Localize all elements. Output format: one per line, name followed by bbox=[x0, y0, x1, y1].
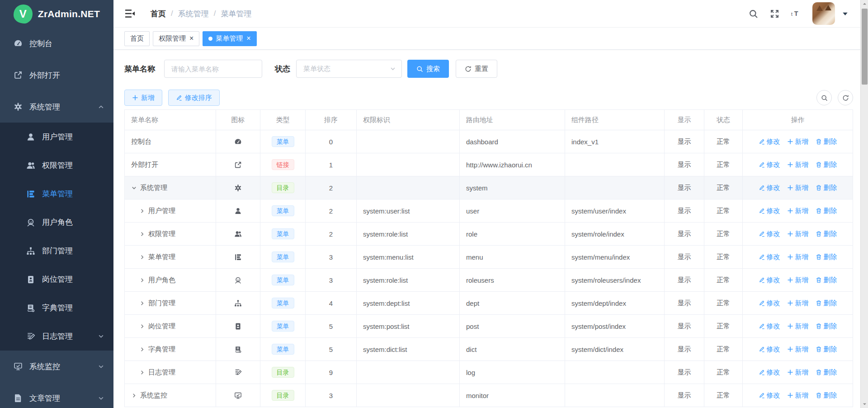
edit-icon bbox=[759, 208, 765, 214]
action-delete[interactable]: 删除 bbox=[816, 299, 837, 308]
action-delete[interactable]: 删除 bbox=[816, 138, 837, 146]
sidebar-item-user[interactable]: 用户管理 bbox=[0, 123, 113, 151]
cell-status: 正常 bbox=[704, 130, 743, 153]
action-edit[interactable]: 修改 bbox=[759, 207, 780, 215]
menu-name-text: 控制台 bbox=[131, 138, 151, 146]
chevron-right-icon[interactable] bbox=[139, 323, 145, 329]
sidebar-item-badge[interactable]: 岗位管理 bbox=[0, 265, 113, 294]
user-avatar[interactable] bbox=[812, 2, 835, 25]
app-logo[interactable]: V ZrAdmin.NET bbox=[0, 0, 113, 28]
sidebar-item-article[interactable]: 文章管理 bbox=[0, 382, 113, 408]
chevron-down-icon[interactable] bbox=[131, 185, 137, 191]
action-delete[interactable]: 删除 bbox=[816, 207, 837, 215]
tab-item[interactable]: 权限管理× bbox=[153, 31, 199, 46]
edit-sort-button[interactable]: 修改排序 bbox=[168, 90, 220, 106]
chevron-right-icon[interactable] bbox=[131, 393, 137, 399]
sidebar-fold-icon[interactable] bbox=[124, 8, 135, 19]
plus-icon bbox=[787, 323, 793, 329]
show-search-button[interactable] bbox=[816, 90, 832, 105]
action-delete[interactable]: 删除 bbox=[816, 345, 837, 354]
sidebar-item-dashboard[interactable]: 控制台 bbox=[0, 28, 113, 59]
action-plus[interactable]: 新增 bbox=[787, 253, 809, 261]
edit-icon bbox=[759, 369, 765, 375]
action-plus[interactable]: 新增 bbox=[787, 345, 809, 354]
external-link-icon bbox=[14, 71, 23, 80]
action-edit[interactable]: 修改 bbox=[759, 276, 780, 285]
sidebar-item-gear[interactable]: 系统管理 bbox=[0, 91, 113, 123]
sidebar-item-monitor[interactable]: 系统监控 bbox=[0, 351, 113, 382]
scroll-up-icon[interactable] bbox=[861, 0, 868, 8]
action-delete[interactable]: 删除 bbox=[816, 391, 837, 400]
tab-item[interactable]: 菜单管理× bbox=[203, 31, 256, 46]
action-delete[interactable]: 删除 bbox=[816, 322, 837, 331]
action-plus[interactable]: 新增 bbox=[787, 322, 809, 331]
close-icon[interactable]: × bbox=[246, 35, 250, 42]
chevron-right-icon[interactable] bbox=[139, 254, 145, 260]
action-edit[interactable]: 修改 bbox=[759, 253, 780, 261]
action-plus[interactable]: 新增 bbox=[787, 161, 809, 169]
action-plus[interactable]: 新增 bbox=[787, 391, 809, 400]
search-icon[interactable] bbox=[749, 9, 758, 19]
action-plus[interactable]: 新增 bbox=[787, 368, 809, 377]
action-edit[interactable]: 修改 bbox=[759, 368, 780, 377]
action-plus[interactable]: 新增 bbox=[787, 299, 809, 308]
action-edit[interactable]: 修改 bbox=[759, 184, 780, 192]
sidebar-item-external-link[interactable]: 外部打开 bbox=[0, 59, 113, 91]
action-edit[interactable]: 修改 bbox=[759, 299, 780, 308]
chevron-right-icon[interactable] bbox=[139, 300, 145, 306]
action-plus[interactable]: 新增 bbox=[787, 207, 809, 215]
action-edit[interactable]: 修改 bbox=[759, 345, 780, 354]
cell-route: http://www.izhaorui.cn bbox=[460, 153, 565, 176]
action-edit[interactable]: 修改 bbox=[759, 161, 780, 169]
status-select[interactable]: 菜单状态 bbox=[296, 60, 402, 78]
action-edit[interactable]: 修改 bbox=[759, 322, 780, 331]
sidebar-item-menu-tree[interactable]: 菜单管理 bbox=[0, 180, 113, 208]
cell-icon bbox=[216, 315, 260, 338]
sidebar-item-log-edit[interactable]: 日志管理 bbox=[0, 322, 113, 351]
cell-perm: system:dept:list bbox=[357, 292, 460, 315]
action-delete[interactable]: 删除 bbox=[816, 161, 837, 169]
sidebar-item-users[interactable]: 权限管理 bbox=[0, 151, 113, 180]
action-delete[interactable]: 删除 bbox=[816, 184, 837, 192]
scrollbar-thumb[interactable] bbox=[862, 9, 868, 85]
caret-down-icon[interactable] bbox=[842, 11, 848, 17]
action-edit[interactable]: 修改 bbox=[759, 391, 780, 400]
scroll-down-icon[interactable] bbox=[861, 400, 868, 408]
action-plus[interactable]: 新增 bbox=[787, 276, 809, 285]
tab-item[interactable]: 首页 bbox=[124, 31, 150, 46]
close-icon[interactable]: × bbox=[189, 35, 193, 42]
action-delete[interactable]: 删除 bbox=[816, 368, 837, 377]
cell-icon bbox=[216, 223, 260, 246]
chevron-right-icon[interactable] bbox=[139, 231, 145, 237]
action-plus[interactable]: 新增 bbox=[787, 138, 809, 146]
chevron-right-icon[interactable] bbox=[139, 208, 145, 214]
reset-button[interactable]: 重置 bbox=[456, 60, 497, 78]
sidebar-item-org-tree[interactable]: 部门管理 bbox=[0, 237, 113, 265]
edit-icon bbox=[176, 95, 182, 101]
action-delete[interactable]: 删除 bbox=[816, 230, 837, 238]
menu-name-input[interactable] bbox=[164, 60, 262, 78]
search-button[interactable]: 搜索 bbox=[407, 60, 449, 78]
sidebar-item-robot[interactable]: 用户角色 bbox=[0, 208, 113, 237]
vertical-scrollbar[interactable] bbox=[860, 0, 868, 408]
chevron-right-icon[interactable] bbox=[139, 370, 145, 375]
action-delete[interactable]: 删除 bbox=[816, 253, 837, 261]
chevron-right-icon[interactable] bbox=[139, 346, 145, 352]
cell-route: role bbox=[460, 223, 565, 246]
fullscreen-icon[interactable] bbox=[770, 9, 779, 19]
action-edit[interactable]: 修改 bbox=[759, 138, 780, 146]
action-delete[interactable]: 删除 bbox=[816, 276, 837, 285]
chevron-right-icon[interactable] bbox=[139, 277, 145, 283]
action-plus[interactable]: 新增 bbox=[787, 184, 809, 192]
sidebar-item-dict-book[interactable]: 字典管理 bbox=[0, 294, 113, 322]
action-label: 删除 bbox=[824, 207, 837, 215]
action-plus[interactable]: 新增 bbox=[787, 230, 809, 238]
refresh-table-button[interactable] bbox=[838, 90, 853, 105]
action-label: 新增 bbox=[795, 299, 809, 308]
add-button[interactable]: 新增 bbox=[124, 90, 162, 106]
cell-actions: 修改新增删除 bbox=[743, 176, 853, 199]
table-row: 用户管理菜单2system:user:listusersystem/user/i… bbox=[125, 199, 853, 223]
action-edit[interactable]: 修改 bbox=[759, 230, 780, 238]
breadcrumb-item[interactable]: 首页 bbox=[151, 9, 166, 19]
font-size-icon[interactable]: tT bbox=[791, 9, 801, 19]
